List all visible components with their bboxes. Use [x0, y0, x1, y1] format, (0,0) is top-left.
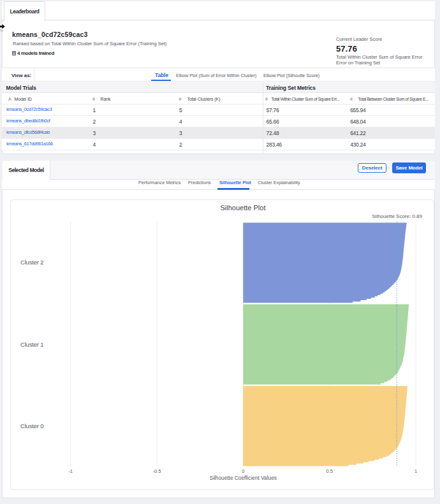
svg-text:-0.5: -0.5 [153, 468, 161, 474]
svg-text:0: 0 [242, 468, 244, 474]
svg-text:Cluster 1: Cluster 1 [20, 341, 43, 348]
svg-text:Cluster 0: Cluster 0 [20, 422, 43, 429]
svg-text:-1: -1 [68, 468, 73, 474]
svg-text:Cluster 2: Cluster 2 [20, 259, 43, 266]
svg-text:0.5: 0.5 [326, 468, 332, 474]
svg-text:Silhouette Coefficient Values: Silhouette Coefficient Values [210, 475, 277, 481]
svg-text:1: 1 [414, 468, 417, 474]
